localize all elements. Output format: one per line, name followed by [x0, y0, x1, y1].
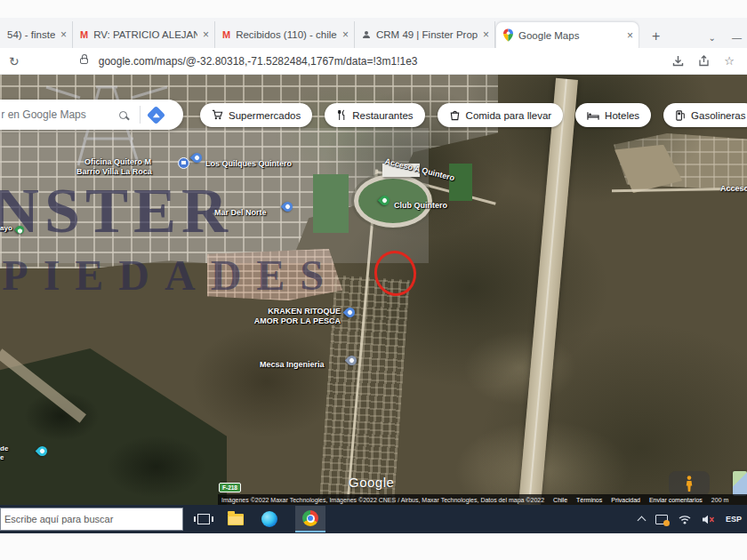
tab-title: CRM 49 | Finster Propiedade — [376, 29, 478, 40]
tab-gmail-recibidos[interactable]: M Recibidos (110) - chileseed2 × — [215, 21, 355, 48]
divider — [140, 106, 141, 124]
watermark-finster: FINSTER — [0, 174, 233, 248]
tab-close-icon[interactable]: × — [60, 28, 67, 41]
gmail-icon: M — [222, 29, 230, 40]
screenshot-root: 54) - finsterpro × M RV: PATRICIO ALEJAN… — [0, 0, 747, 560]
gmail-icon: M — [80, 29, 88, 40]
language-indicator[interactable]: ESP — [726, 515, 742, 524]
chip-supermercados[interactable]: Supermercados — [200, 103, 312, 127]
wifi-icon[interactable] — [679, 515, 691, 524]
map-scale-label: 200 m — [711, 497, 728, 503]
map-label-fragment: e — [0, 453, 4, 461]
tab-close-icon[interactable]: × — [342, 28, 349, 41]
google-maps-pin-icon — [503, 28, 513, 42]
reload-icon[interactable]: ↻ — [9, 54, 20, 68]
map-label-mar-del-norte: Mar Del Norte — [214, 208, 267, 217]
restaurant-icon — [336, 109, 347, 121]
map-label-barrio-villa-la-roca: Barrio Villa La Roca — [76, 167, 152, 176]
chip-comida-para-llevar[interactable]: Comida para llevar — [438, 103, 564, 127]
tab-title: Google Maps — [518, 30, 622, 41]
maps-search-box[interactable]: Buscar en Google Maps — [0, 100, 183, 130]
map-label-oficina: Oficina Quitero M — [84, 157, 151, 166]
tab-title: Recibidos (110) - chileseed2 — [236, 29, 337, 40]
window-minimize-button[interactable]: — — [732, 32, 742, 43]
chip-label: Gasolineras — [691, 110, 745, 121]
tab-title: RV: PATRICIO ALEJANDRO A — [93, 29, 197, 40]
chip-label: Hoteles — [605, 110, 639, 121]
chip-label: Comida para llevar — [466, 110, 552, 121]
chrome-icon — [302, 510, 318, 526]
edge-browser-icon[interactable] — [261, 511, 277, 527]
share-icon[interactable] — [698, 55, 710, 67]
bed-icon — [587, 110, 599, 121]
google-watermark: Google — [349, 475, 394, 490]
tab-google-maps-active[interactable]: Google Maps × — [495, 21, 639, 48]
chrome-taskbar-active[interactable] — [295, 506, 325, 532]
maps-search-placeholder: Buscar en Google Maps — [2, 108, 86, 121]
search-icon[interactable] — [119, 111, 127, 119]
windows-taskbar: Escribe aquí para buscar ESP — [0, 505, 747, 533]
tab-gmail-rv-patricio[interactable]: M RV: PATRICIO ALEJANDRO A × — [73, 21, 215, 48]
lock-icon — [80, 58, 88, 64]
address-bar: ↻ google.com/maps/@-32.80318,-71.5282484… — [0, 48, 747, 75]
map-viewport[interactable]: FINSTER PROPIEDADES Oficina Quitero M Ba… — [0, 75, 747, 505]
minimap-toggle[interactable] — [733, 471, 747, 496]
task-view-icon[interactable] — [197, 514, 210, 524]
attribution-link-comentarios[interactable]: Enviar comentarios — [649, 497, 703, 503]
directions-icon[interactable] — [147, 105, 165, 124]
browser-window: 54) - finsterpro × M RV: PATRICIO ALEJAN… — [0, 18, 747, 505]
tab-finsterpro[interactable]: 54) - finsterpro × — [0, 21, 73, 48]
tab-crm-finster[interactable]: CRM 49 | Finster Propiedade × — [355, 21, 495, 48]
cart-icon — [212, 109, 223, 121]
map-label-mecsa: Mecsa Ingenieria — [260, 360, 325, 369]
tab-search-chevron-icon[interactable]: ⌄ — [709, 33, 716, 43]
map-label-los-quilques: Los Quilques Quintero — [205, 159, 292, 168]
taskbar-search-box[interactable]: Escribe aquí para buscar — [0, 508, 183, 531]
pegman-icon — [685, 476, 694, 492]
tab-close-icon[interactable]: × — [483, 28, 489, 41]
map-label-fragment: ayo — [0, 224, 12, 232]
browser-tab-strip: 54) - finsterpro × M RV: PATRICIO ALEJAN… — [0, 18, 747, 48]
category-chip-row: Supermercados Restaurantes Comida para l… — [200, 103, 747, 127]
crm-user-icon — [362, 30, 371, 39]
tray-expand-chevron-icon[interactable] — [638, 516, 647, 525]
new-tab-button[interactable]: + — [652, 28, 660, 44]
attribution-link-privacidad[interactable]: Privacidad — [611, 497, 640, 503]
map-label-acceso-right: Acceso A — [720, 184, 747, 193]
tab-close-icon[interactable]: × — [203, 28, 209, 41]
url-text[interactable]: google.com/maps/@-32.80318,-71.5282484,1… — [99, 55, 418, 68]
system-tray: ESP — [639, 515, 742, 524]
chip-label: Restaurantes — [352, 110, 413, 121]
pegman-control[interactable] — [669, 471, 710, 496]
map-label-club-quintero: Club Quintero — [394, 201, 447, 210]
chip-gasolineras[interactable]: Gasolineras — [663, 103, 747, 127]
display-notification-icon[interactable] — [655, 515, 668, 524]
watermark-propiedades: PROPIEDADES — [0, 251, 339, 300]
imagery-credits: Imágenes ©2022 Maxar Technologies, Imáge… — [221, 497, 544, 503]
tab-title: 54) - finsterpro — [7, 29, 55, 40]
takeout-bag-icon — [449, 109, 461, 121]
map-label-amor-por-la-pesca: AMOR POR LA PESCA — [222, 316, 341, 325]
road-badge-f218: F-218 — [219, 483, 241, 492]
attribution-link-terminos[interactable]: Términos — [576, 497, 602, 503]
fuel-pump-icon — [675, 109, 686, 121]
volume-muted-icon[interactable] — [702, 515, 715, 524]
map-label-fragment: de — [0, 444, 8, 452]
tab-close-icon[interactable]: × — [627, 29, 633, 42]
map-label-kraken: KRAKEN RITOQUE — [222, 307, 341, 316]
chip-hoteles[interactable]: Hoteles — [575, 103, 651, 127]
download-icon[interactable] — [672, 55, 684, 67]
taskbar-search-placeholder: Escribe aquí para buscar — [0, 514, 113, 524]
attribution-link-chile[interactable]: Chile — [553, 497, 567, 503]
file-explorer-icon[interactable] — [228, 514, 244, 525]
chip-restaurantes[interactable]: Restaurantes — [325, 103, 424, 127]
map-attribution-bar: Imágenes ©2022 Maxar Technologies, Imáge… — [218, 494, 747, 505]
bookmark-star-icon[interactable]: ☆ — [724, 54, 735, 68]
building-marker-icon[interactable] — [178, 157, 189, 169]
chip-label: Supermercados — [229, 110, 301, 121]
